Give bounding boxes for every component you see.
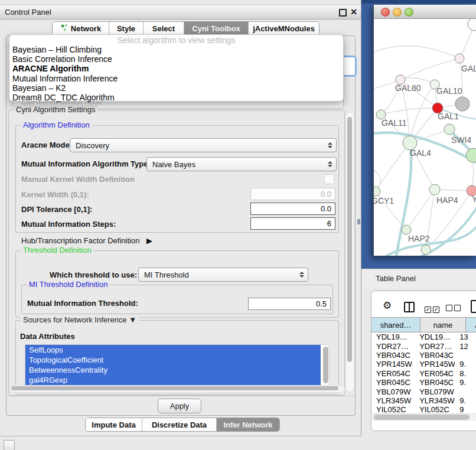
mi-steps-field[interactable]: 6 — [250, 217, 335, 230]
tab-style[interactable]: Style — [109, 22, 143, 35]
control-panel-titlebar: Control Panel ✕ — [0, 5, 361, 19]
algorithm-definition-title: Algorithm Definition — [21, 120, 92, 129]
scrollbar-thumb[interactable] — [374, 415, 470, 420]
table-row[interactable]: YPR145WYPR145W9. — [371, 360, 476, 369]
list-scrollbar-thumb[interactable] — [323, 347, 328, 383]
network-edge[interactable] — [376, 143, 410, 191]
node-bottom[interactable] — [421, 245, 431, 255]
network-canvas[interactable]: GAL7GAL80GAL10GAL1GAL11SWI4GAL4GCY1HAP4Y… — [374, 19, 476, 256]
table-row[interactable]: YDR27…YDR27…12 — [371, 341, 476, 350]
columns-icon[interactable] — [404, 302, 415, 312]
dpi-tolerance-field[interactable]: 0.0 — [250, 203, 335, 215]
table-horizontal-scrollbar[interactable] — [372, 413, 476, 421]
network-edge[interactable] — [374, 46, 459, 58]
table-cell: YIL052C — [415, 405, 455, 413]
tab-label: Select — [152, 24, 175, 33]
tab-select[interactable]: Select — [143, 22, 184, 35]
gear-icon[interactable]: ⚙ — [383, 301, 392, 311]
export-table-icon[interactable] — [471, 300, 476, 313]
tab-cyni-toolbox[interactable]: Cyni Toolbox — [184, 22, 248, 35]
data-attributes-list[interactable]: SelfLoopsTopologicalCoefficientBetweenne… — [25, 344, 330, 388]
attribute-item[interactable]: SelfLoops — [25, 345, 321, 355]
network-edge[interactable] — [406, 190, 435, 230]
node-hap4-label: HAP4 — [436, 195, 458, 205]
tab-network[interactable]: Network — [53, 22, 109, 35]
node-top-right[interactable] — [468, 19, 476, 31]
scrollbar-thumb[interactable] — [11, 386, 338, 390]
algorithm-option[interactable]: Dream8 DC_TDC Algorithm — [12, 93, 343, 102]
node-right-green[interactable] — [466, 148, 476, 162]
manual-kernel-checkbox[interactable] — [324, 174, 334, 184]
network-edge[interactable] — [381, 108, 438, 115]
node-swi4[interactable] — [444, 124, 455, 135]
mi-threshold-title: MI Threshold Definition — [27, 280, 110, 289]
table-cell: YPR145W — [371, 360, 415, 369]
attribute-item[interactable]: BetweennessCentrality — [25, 365, 321, 375]
dpi-tolerance-label: DPI Tolerance [0,1]: — [21, 205, 92, 214]
column-header[interactable]: A — [466, 317, 476, 332]
mi-threshold-field[interactable]: 0.5 — [248, 298, 331, 310]
deselect-all-checkboxes-icon[interactable] — [446, 303, 462, 314]
node-gray[interactable] — [455, 97, 470, 111]
network-edge[interactable] — [400, 58, 459, 80]
sources-title[interactable]: Sources for Network Inference ▼ — [21, 315, 139, 324]
tab-infer-network[interactable]: Infer Network — [216, 418, 279, 431]
mi-type-select[interactable]: Naive Bayes — [146, 157, 337, 171]
splitter-handle[interactable] — [357, 219, 360, 224]
attribute-item[interactable]: gal4RGexp — [25, 375, 321, 385]
table-row[interactable]: YIL052CYIL052C9 — [371, 405, 476, 413]
table-cell: 9 — [455, 405, 476, 413]
column-header[interactable]: name — [420, 317, 466, 332]
close-window-button[interactable] — [381, 8, 390, 17]
hub-definition-toggle[interactable]: Hub/Transcription Factor Definition ▶ — [21, 236, 152, 245]
table-row[interactable]: YLR345WYLR345W9. — [371, 396, 476, 405]
table-row[interactable]: YBR043CYBR043C — [371, 351, 476, 360]
select-all-checkboxes-icon[interactable]: ✓✓ — [425, 303, 441, 314]
node-gal7-label: GAL7 — [461, 64, 476, 73]
network-edge[interactable] — [410, 84, 435, 143]
node-hap2-label: HAP2 — [408, 234, 430, 243]
scrollbar-thumb[interactable] — [347, 117, 352, 362]
application-root: Control Panel ✕ NetworkStyleSelectCyni T… — [0, 0, 476, 450]
which-threshold-select[interactable]: MI Threshold — [138, 268, 308, 282]
node-gal7[interactable] — [455, 54, 464, 63]
algorithm-option[interactable]: Bayesian – Hill Climbing — [12, 45, 343, 54]
table-cell: YBR043C — [415, 351, 455, 360]
apply-button[interactable]: Apply — [158, 399, 201, 413]
table-row[interactable]: YBL079WYBL079W — [371, 387, 476, 396]
minimize-window-button[interactable] — [393, 8, 402, 17]
table-cell: YDR27… — [415, 342, 455, 351]
column-header[interactable]: shared… — [371, 317, 420, 332]
settings-horizontal-scrollbar[interactable] — [9, 385, 345, 393]
close-icon[interactable]: ✕ — [350, 5, 357, 19]
algorithm-option[interactable]: Bayesian – K2 — [12, 83, 343, 93]
table-cell: 9. — [455, 378, 476, 387]
control-panel-tabs: NetworkStyleSelectCyni ToolboxjActiveMNo… — [52, 21, 319, 35]
zoom-window-button[interactable] — [405, 8, 413, 17]
algorithm-option[interactable]: Mutual Information Inference — [12, 74, 343, 83]
panel-corner-button[interactable] — [4, 440, 15, 450]
table-body: YDL19…YDL19…13YDR27…YDR27…12YBR043CYBR04… — [371, 332, 476, 413]
network-window-titlebar[interactable] — [374, 5, 476, 19]
settings-vertical-scrollbar[interactable] — [345, 112, 354, 392]
attribute-item[interactable]: TopologicalCoefficient — [25, 355, 321, 365]
threshold-definition-title: Threshold Definition — [21, 246, 94, 255]
node-hap2[interactable] — [402, 225, 411, 234]
network-view-window: GAL7GAL80GAL10GAL1GAL11SWI4GAL4GCY1HAP4Y… — [373, 5, 476, 256]
node-gcy1[interactable] — [374, 187, 380, 196]
node-hap4[interactable] — [429, 184, 440, 195]
table-cell: 9. — [455, 360, 476, 369]
algorithm-option[interactable]: Basic Correlation Inference — [12, 54, 343, 64]
algorithm-option[interactable]: ARACNE Algorithm — [12, 64, 343, 73]
aracne-mode-select[interactable]: Discovery — [70, 138, 337, 152]
float-window-icon[interactable] — [339, 9, 347, 17]
kernel-width-field: 0.0 — [250, 188, 335, 200]
stepper-arrows-icon — [297, 272, 307, 278]
table-row[interactable]: YDL19…YDL19…13 — [371, 332, 476, 341]
table-row[interactable]: YER054CYER054C8. — [371, 369, 476, 378]
tab-discretize-data[interactable]: Discretize Data — [142, 418, 216, 431]
network-icon — [60, 24, 71, 33]
tab-jactivemnodules[interactable]: jActiveMNodules — [248, 22, 319, 35]
tab-impute-data[interactable]: Impute Data — [86, 418, 142, 431]
table-row[interactable]: YBR045CYBR045C9. — [371, 378, 476, 387]
